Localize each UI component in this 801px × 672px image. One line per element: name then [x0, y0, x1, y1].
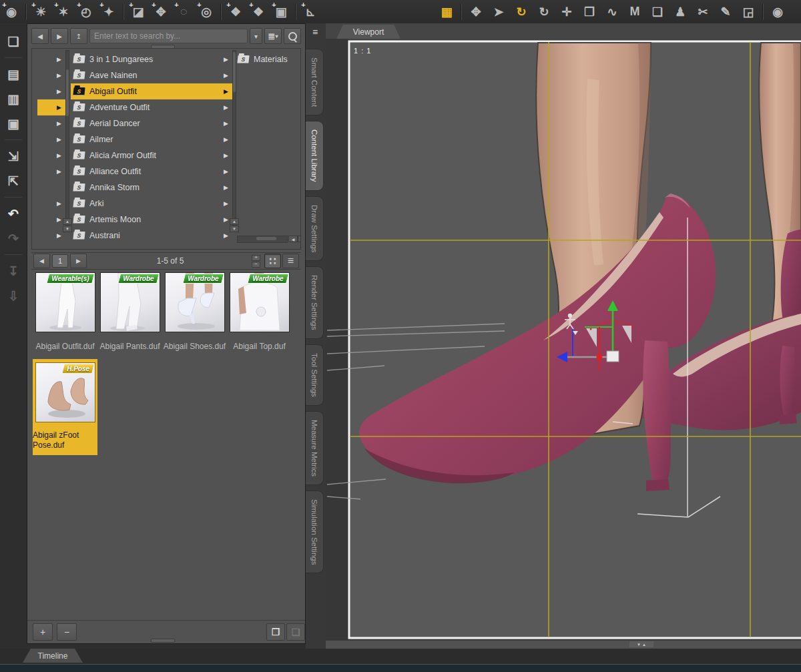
export-button[interactable]: ⇱ — [3, 171, 23, 191]
asset-thumbnail[interactable]: Wardrobe Abigail Top.duf — [227, 272, 292, 351]
joint-editor-button[interactable]: ∿ — [601, 2, 623, 22]
tab-content-library[interactable]: Content Library — [306, 121, 324, 191]
open-file-button[interactable]: ▤ — [3, 64, 23, 84]
prev-page-button[interactable]: ◀ — [33, 254, 50, 268]
thumb-size-decrease-button[interactable]: − — [252, 262, 260, 268]
scale-tool-button[interactable]: ❐ — [578, 2, 601, 22]
undo-button[interactable]: ↶ — [3, 204, 23, 224]
new-spotlight-button[interactable]: +✦ — [97, 2, 120, 22]
new-null-button[interactable]: +✥ — [150, 2, 172, 22]
expand-arrow-icon[interactable]: ▶ — [224, 72, 228, 79]
page-number-field[interactable]: 1 — [52, 254, 68, 268]
import-button[interactable]: ⇲ — [3, 146, 23, 166]
copy-button[interactable]: ❐ — [266, 623, 285, 641]
tab-tool-settings[interactable]: Tool Settings — [306, 344, 324, 406]
tree-hscrollbar[interactable] — [237, 236, 288, 243]
new-distant-light-button[interactable]: +☀ — [29, 2, 52, 22]
new-node-instances-button[interactable]: +❖ — [247, 2, 270, 22]
geometry-editor-button[interactable]: ✎ — [714, 2, 737, 22]
node-weight-brush-button[interactable]: ✂ — [692, 2, 714, 22]
asset-thumbnail-selected[interactable]: H.Pose Abigail zFoot Pose.duf — [33, 359, 97, 455]
parent-arrow[interactable]: ▶ — [37, 147, 65, 163]
scroll-up-button[interactable]: ▲ — [230, 218, 239, 225]
merge-button[interactable]: ↧ — [3, 261, 23, 281]
tab-timeline[interactable]: Timeline — [23, 649, 83, 663]
tab-draw-settings[interactable]: Draw Settings — [306, 196, 324, 262]
tab-measure-metrics[interactable]: Measure Metrics — [306, 411, 324, 485]
new-instance-button[interactable]: +◎ — [195, 2, 218, 22]
scrollbar-handle[interactable] — [233, 52, 236, 92]
pane-collapse-button[interactable]: ▼ ▲ — [629, 641, 653, 647]
asset-thumbnail[interactable]: Wardrobe Abigail Pants.duf — [97, 272, 162, 351]
tab-smart-content[interactable]: Smart Content — [306, 49, 324, 115]
thumbnail-image[interactable]: Wardrobe — [100, 272, 160, 332]
viewport-tab[interactable]: Viewport — [336, 25, 400, 39]
node-selection-tool-button[interactable]: ➤ — [487, 2, 510, 22]
new-primitive-button[interactable]: +◪ — [127, 2, 150, 22]
origin-handle[interactable] — [597, 354, 603, 360]
parent-arrow[interactable]: ▶ — [37, 196, 65, 212]
tree-row[interactable]: SAnnika Storm▶ — [71, 180, 232, 196]
parent-arrow[interactable]: ▶ — [37, 131, 65, 147]
asset-thumbnail[interactable]: Wardrobe Abigail Shoes.duf — [162, 272, 227, 351]
grid-view-button[interactable]: ∷ — [264, 254, 281, 268]
tree-row[interactable]: SAlliance Outfit▶ — [71, 163, 232, 180]
new-cube-button[interactable]: +▣ — [270, 2, 292, 22]
scroll-left-button[interactable]: ◀ — [288, 236, 298, 242]
tree-scrollbar[interactable] — [65, 50, 69, 232]
parent-arrow[interactable]: ▶ — [37, 115, 65, 131]
expand-arrow-icon[interactable]: ▶ — [224, 232, 228, 239]
nav-back-button[interactable]: ◀ — [31, 28, 49, 44]
add-button[interactable]: + — [33, 623, 53, 641]
import-assets-button[interactable]: ⇩ — [3, 286, 23, 306]
tree-row[interactable]: SAave Nainen▶ — [71, 67, 232, 83]
thumbnail-image[interactable]: Wardrobe — [165, 272, 225, 332]
tree-row[interactable]: SArtemis Moon▶ — [71, 212, 232, 228]
scale-cube-handle[interactable] — [607, 351, 619, 362]
expand-arrow-icon[interactable]: ▶ — [224, 216, 228, 223]
aniblocks-button[interactable]: ▦ — [435, 2, 458, 22]
parent-arrow[interactable]: ▶ — [37, 67, 65, 83]
open-recent-button[interactable]: ▥ — [3, 89, 23, 109]
parent-arrow[interactable]: ▶ — [37, 228, 65, 244]
tree-row-selected[interactable]: SAbigail Outfit▶ — [71, 83, 232, 99]
tree-row[interactable]: SAerial Dancer▶ — [71, 115, 232, 131]
active-rotate-tool-button[interactable]: ↻ — [510, 2, 533, 22]
new-linear-point-light-button[interactable]: +◴ — [75, 2, 97, 22]
parent-arrow[interactable]: ▶ — [37, 163, 65, 180]
paste-button[interactable]: ❑ — [286, 623, 305, 641]
panel-menu-button[interactable]: ≡ — [306, 25, 324, 39]
next-page-button[interactable]: ▶ — [70, 254, 87, 268]
spot-render-button[interactable]: ◉ — [766, 2, 789, 22]
tree-row[interactable]: S3 in 1 Dungarees▶ — [71, 51, 232, 67]
expand-arrow-icon[interactable]: ▶ — [224, 168, 228, 175]
thumbnail-image[interactable]: Wardrobe — [230, 272, 290, 332]
figure-selection-button[interactable]: ♟ — [669, 2, 692, 22]
search-input[interactable] — [89, 29, 248, 43]
orbit-camera-button[interactable]: ✥ — [465, 2, 487, 22]
measure-distance-button[interactable]: +⊾ — [299, 2, 322, 22]
tab-simulation-settings[interactable]: Simulation Settings — [306, 490, 324, 573]
new-group-button[interactable]: +◌ — [172, 2, 195, 22]
translate-tool-button[interactable]: ✛ — [555, 2, 578, 22]
scrollbar-handle[interactable] — [256, 237, 276, 240]
thumbnail-image[interactable]: Wearable(s) — [35, 272, 95, 332]
splitter-handle[interactable] — [151, 639, 175, 643]
redo-button[interactable]: ↷ — [3, 228, 23, 248]
search-dropdown-button[interactable]: ▾ — [250, 28, 262, 44]
expand-arrow-icon[interactable]: ▶ — [224, 200, 228, 207]
nav-up-button[interactable]: ↥ — [70, 28, 87, 44]
nav-forward-button[interactable]: ▶ — [51, 28, 68, 44]
viewport-canvas[interactable]: 1 : 1 — [326, 39, 801, 641]
region-editor-button[interactable]: ◲ — [737, 2, 760, 22]
new-file-button[interactable]: ❏ — [3, 31, 23, 51]
expand-arrow-icon[interactable]: ▶ — [224, 56, 228, 63]
new-point-light-button[interactable]: +✶ — [52, 2, 75, 22]
expand-arrow-icon[interactable]: ▶ — [224, 104, 228, 111]
tree-row[interactable]: SAilmer▶ — [71, 131, 232, 147]
parent-arrow[interactable]: ▶ — [37, 212, 65, 228]
thumbnail-image[interactable]: H.Pose — [35, 362, 95, 422]
surface-selection-button[interactable]: ❏ — [646, 2, 669, 22]
search-go-button[interactable] — [284, 28, 301, 44]
expand-arrow-icon[interactable]: ▶ — [224, 152, 228, 159]
